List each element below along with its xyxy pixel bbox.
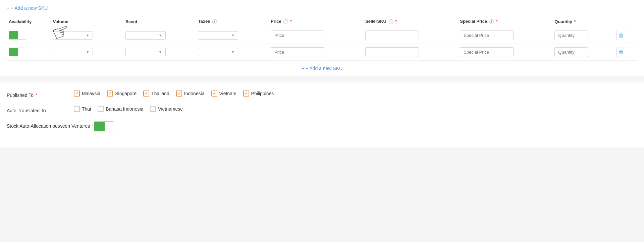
checkbox-indonesia-box[interactable] — [176, 90, 182, 97]
taxes-dropdown-1[interactable]: ▼ — [198, 31, 238, 40]
checkbox-vietnam-box[interactable] — [211, 90, 217, 97]
scent-dropdown-arrow-1: ▼ — [159, 34, 162, 37]
specialprice-cell-1 — [458, 27, 552, 44]
col-specialprice: Special Price i * — [458, 16, 552, 27]
add-sku-bottom-label: + Add a new SKU — [306, 66, 342, 71]
sku-table: Availability Volume Scent Taxes i Price … — [7, 16, 637, 61]
checkbox-thailand[interactable]: Thailand — [143, 90, 169, 97]
col-sellersku: SellerSKU i * — [363, 16, 458, 27]
delete-row-1-button[interactable]: 🗑 — [616, 31, 626, 40]
checkbox-vietnamese[interactable]: Vietnamese — [150, 106, 183, 112]
auto-translated-options: Thai Bahasa Indonesia Vietnamese — [74, 106, 183, 112]
taxes-dropdown-arrow-2: ▼ — [231, 50, 235, 54]
published-to-row: Published To * Malaysia Singapore Thaila… — [7, 90, 637, 98]
specialprice-cell-2 — [458, 44, 552, 61]
toggle-on-1 — [9, 31, 18, 39]
checkbox-bahasa-label: Bahasa Indonesia — [106, 106, 143, 112]
checkbox-thai[interactable]: Thai — [74, 106, 91, 112]
table-row: ▼ ▼ ▼ — [7, 27, 637, 44]
specialprice-input-2[interactable] — [460, 47, 514, 57]
availability-toggle-2[interactable] — [9, 48, 26, 56]
checkbox-philippines[interactable]: Philippines — [243, 90, 274, 97]
price-input-1[interactable] — [271, 31, 324, 40]
checkbox-singapore[interactable]: Singapore — [107, 90, 137, 97]
specialprice-info-icon: i — [489, 19, 494, 24]
specialprice-required: * — [496, 19, 497, 24]
scent-dropdown-arrow-2: ▼ — [159, 50, 162, 54]
checkbox-singapore-box[interactable] — [107, 90, 113, 97]
delete-cell-1: 🗑 — [614, 27, 637, 44]
taxes-cell-1: ▼ — [196, 27, 269, 44]
volume-dropdown-1[interactable]: ▼ — [53, 31, 93, 40]
plus-icon: + — [7, 5, 9, 11]
availability-toggle-1[interactable] — [9, 31, 26, 40]
checkbox-bahasa[interactable]: Bahasa Indonesia — [98, 106, 143, 112]
checkbox-vietnam[interactable]: Vietnam — [211, 90, 236, 97]
volume-cell-2: ▼ — [51, 44, 123, 61]
col-quantity: Quantity * — [552, 16, 614, 27]
checkbox-malaysia[interactable]: Malaysia — [74, 90, 100, 97]
checkbox-vietnamese-box[interactable] — [150, 106, 156, 112]
col-availability: Availability — [7, 16, 51, 27]
toggle-off-1 — [18, 31, 26, 39]
col-scent: Scent — [123, 16, 196, 27]
checkbox-thailand-box[interactable] — [143, 90, 149, 97]
published-to-label: Published To * — [7, 90, 74, 98]
quantity-input-2[interactable] — [554, 47, 588, 57]
price-cell-2 — [269, 44, 363, 61]
checkbox-singapore-label: Singapore — [115, 91, 137, 96]
taxes-cell-2: ▼ — [196, 44, 269, 61]
col-price: Price i * — [269, 16, 363, 27]
checkbox-vietnamese-label: Vietnamese — [158, 106, 183, 112]
scent-dropdown-2[interactable]: ▼ — [125, 48, 166, 56]
checkbox-indonesia-label: Indonesia — [184, 91, 205, 96]
quantity-required: * — [574, 19, 576, 24]
quantity-cell-2 — [552, 44, 614, 61]
scent-cell-2: ▼ — [123, 44, 196, 61]
volume-dropdown-2[interactable]: ▼ — [53, 48, 93, 56]
volume-dropdown-arrow-2: ▼ — [86, 50, 90, 54]
specialprice-input-1[interactable] — [460, 31, 514, 40]
stock-toggle-on — [94, 122, 105, 131]
availability-cell-1 — [7, 27, 51, 44]
taxes-dropdown-2[interactable]: ▼ — [198, 48, 238, 56]
stock-allocation-label: Stock Auto-Allocation between Ventures * — [7, 121, 94, 129]
sellersku-cell-2 — [363, 44, 458, 61]
checkbox-thailand-label: Thailand — [151, 91, 169, 96]
scent-dropdown-1[interactable]: ▼ — [125, 31, 166, 40]
add-sku-bottom-button[interactable]: + + Add a new SKU — [7, 61, 637, 76]
price-input-2[interactable] — [271, 47, 324, 57]
delete-row-2-button[interactable]: 🗑 — [616, 48, 626, 57]
sellersku-required: * — [395, 19, 397, 24]
taxes-info-icon: i — [212, 19, 217, 24]
auto-translated-row: Auto Translated To Thai Bahasa Indonesia… — [7, 106, 637, 113]
checkbox-philippines-label: Philippines — [251, 91, 274, 96]
sellersku-input-2[interactable] — [365, 47, 419, 57]
col-volume: Volume — [51, 16, 123, 27]
published-to-required: * — [36, 93, 37, 98]
price-info-icon: i — [283, 19, 288, 24]
table-row: ▼ ▼ ▼ — [7, 44, 637, 61]
sellersku-info-icon: i — [389, 19, 393, 24]
delete-cell-2: 🗑 — [614, 44, 637, 61]
checkbox-malaysia-box[interactable] — [74, 90, 80, 97]
checkbox-bahasa-box[interactable] — [98, 106, 104, 112]
toggle-off-2 — [18, 48, 26, 56]
scent-cell-1: ▼ — [123, 27, 196, 44]
plus-icon-bottom: + — [302, 66, 304, 71]
published-to-options: Malaysia Singapore Thailand Indonesia Vi… — [74, 90, 274, 97]
quantity-input-1[interactable] — [554, 31, 588, 40]
sellersku-input-1[interactable] — [365, 31, 419, 40]
sellersku-cell-1 — [363, 27, 458, 44]
stock-toggle-off — [105, 122, 114, 131]
checkbox-thai-box[interactable] — [74, 106, 80, 112]
checkbox-indonesia[interactable]: Indonesia — [176, 90, 205, 97]
add-sku-top-button[interactable]: + + Add a new SKU — [7, 5, 48, 11]
col-actions — [614, 16, 637, 27]
checkbox-philippines-box[interactable] — [243, 90, 249, 97]
col-taxes: Taxes i — [196, 16, 269, 27]
checkbox-thai-label: Thai — [82, 106, 91, 112]
stock-allocation-toggle[interactable] — [94, 121, 114, 131]
toggle-on-2 — [9, 48, 18, 56]
stock-allocation-row: Stock Auto-Allocation between Ventures * — [7, 121, 637, 131]
